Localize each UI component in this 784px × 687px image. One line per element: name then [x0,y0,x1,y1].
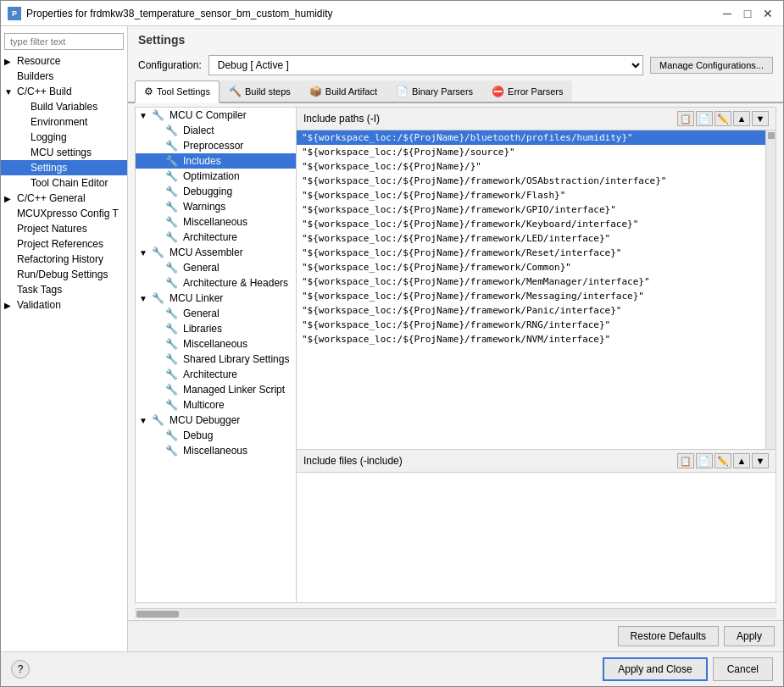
tree-item-mcu-debugger[interactable]: ▼ 🔧 MCU Debugger [136,413,296,428]
restore-defaults-button[interactable]: Restore Defaults [618,626,719,646]
footer-buttons: Apply and Close Cancel [603,657,773,681]
tree-item-mcu-compiler[interactable]: ▼ 🔧 MCU C Compiler [136,108,296,123]
files-add-file-button[interactable]: 📄 [696,453,713,468]
sidebar-item-mcuxpresso[interactable]: MCUXpresso Config T [1,206,127,221]
tree-item-preprocessor[interactable]: 🔧 Preprocessor [136,138,296,153]
tree-item-optimization[interactable]: 🔧 Optimization [136,169,296,184]
include-path-item-11[interactable]: "${workspace_loc:/${ProjName}/framework/… [297,289,765,303]
tree-item-managed-linker[interactable]: 🔧 Managed Linker Script [136,382,296,397]
tree-item-includes[interactable]: 🔧 Includes [136,153,296,169]
sidebar-item-environment[interactable]: Environment [1,114,127,130]
close-button[interactable]: ✕ [759,5,776,22]
tab-label-binary-parsers: Binary Parsers [412,86,473,97]
sidebar-item-tool-chain[interactable]: Tool Chain Editor [1,175,127,191]
tree-arrow-mcu-debugger: ▼ [139,416,149,425]
include-paths-header: Include paths (-I) 📋 📄 ✏️ ▲ ▼ [297,108,776,130]
tree-item-libraries[interactable]: 🔧 Libraries [136,321,296,336]
tree-item-multicore[interactable]: 🔧 Multicore [136,397,296,413]
tree-item-debugging[interactable]: 🔧 Debugging [136,184,296,199]
tree-item-asm-arch[interactable]: 🔧 Architecture & Headers [136,275,296,291]
tree-item-miscellaneous[interactable]: 🔧 Miscellaneous [136,214,296,230]
tree-item-linker-misc[interactable]: 🔧 Miscellaneous [136,336,296,352]
include-paths-title: Include paths (-I) [303,113,674,125]
sidebar-item-cpp-general[interactable]: ▶ C/C++ General [1,191,127,206]
sidebar-item-logging[interactable]: Logging [1,130,127,145]
sidebar-item-builders[interactable]: Builders [1,69,127,84]
include-add-file-button[interactable]: 📄 [696,111,713,126]
window-title: Properties for frdmkw38_temperature_sens… [26,8,719,19]
tab-build-artifact[interactable]: 📦Build Artifact [300,80,386,102]
filter-input[interactable] [4,33,124,50]
tree-item-dbg-misc[interactable]: 🔧 Miscellaneous [136,443,296,458]
tree-item-architecture[interactable]: 🔧 Architecture [136,230,296,245]
include-add-button[interactable]: 📋 [677,111,694,126]
include-path-item-10[interactable]: "${workspace_loc:/${ProjName}/framework/… [297,274,765,289]
files-add-button[interactable]: 📋 [677,453,694,468]
tree-item-asm-general[interactable]: 🔧 General [136,260,296,275]
include-path-item-2[interactable]: "${workspace_loc:/${ProjName}/}" [297,159,765,174]
apply-button[interactable]: Apply [724,626,775,646]
maximize-button[interactable]: □ [739,5,756,22]
sidebar-item-settings[interactable]: Settings [1,160,127,175]
tree-item-linker-general[interactable]: 🔧 General [136,306,296,321]
include-down-button[interactable]: ▼ [752,111,769,126]
tree-item-mcu-linker[interactable]: ▼ 🔧 MCU Linker [136,291,296,306]
include-path-item-0[interactable]: "${workspace_loc:/${ProjName}/bluetooth/… [297,130,765,145]
include-path-item-13[interactable]: "${workspace_loc:/${ProjName}/framework/… [297,318,765,332]
sidebar-item-refactoring[interactable]: Refactoring History [1,252,127,267]
include-path-item-5[interactable]: "${workspace_loc:/${ProjName}/framework/… [297,202,765,217]
sidebar-item-validation[interactable]: ▶ Validation [1,297,127,313]
include-paths-scrollbar[interactable] [765,130,776,449]
sidebar-item-run-debug[interactable]: Run/Debug Settings [1,267,127,282]
scroll-thumb[interactable] [136,611,179,618]
sidebar-item-resource[interactable]: ▶ Resource [1,53,127,69]
files-edit-button[interactable]: ✏️ [714,453,731,468]
tree-item-shared-lib[interactable]: 🔧 Shared Library Settings [136,352,296,367]
files-up-button[interactable]: ▲ [733,453,750,468]
tab-error-parsers[interactable]: ⛔Error Parsers [482,80,572,102]
tree-label-mcu-debugger: MCU Debugger [170,414,240,426]
apply-close-button[interactable]: Apply and Close [603,657,707,681]
sidebar-item-project-references[interactable]: Project References [1,236,127,252]
tab-build-steps[interactable]: 🔨Build steps [220,80,300,102]
tree-item-debug[interactable]: 🔧 Debug [136,428,296,443]
sidebar-arrow-resource: ▶ [4,57,14,66]
tree-label-debug: Debug [183,429,213,441]
tree-item-mcu-assembler[interactable]: ▼ 🔧 MCU Assembler [136,245,296,260]
tab-binary-parsers[interactable]: 📄Binary Parsers [386,80,482,102]
sidebar-item-mcu-settings[interactable]: MCU settings [1,145,127,160]
include-path-item-4[interactable]: "${workspace_loc:/${ProjName}/framework/… [297,188,765,202]
tree-node-icon-multicore: 🔧 [165,399,178,411]
include-path-item-8[interactable]: "${workspace_loc:/${ProjName}/framework/… [297,246,765,260]
tree-item-dialect[interactable]: 🔧 Dialect [136,123,296,138]
include-edit-button[interactable]: ✏️ [714,111,731,126]
tab-tool-settings[interactable]: ⚙Tool Settings [135,80,220,103]
sidebar-item-build-variables[interactable]: Build Variables [1,99,127,114]
tab-icon-error-parsers: ⛔ [492,86,504,97]
include-path-item-3[interactable]: "${workspace_loc:/${ProjName}/framework/… [297,174,765,188]
sidebar-item-project-natures[interactable]: Project Natures [1,221,127,236]
include-path-item-14[interactable]: "${workspace_loc:/${ProjName}/framework/… [297,332,765,346]
minimize-button[interactable]: ─ [719,5,736,22]
include-path-item-7[interactable]: "${workspace_loc:/${ProjName}/framework/… [297,231,765,246]
tree-item-linker-arch[interactable]: 🔧 Architecture [136,367,296,382]
files-down-button[interactable]: ▼ [752,453,769,468]
tree-label-dialect: Dialect [183,125,214,136]
include-path-item-6[interactable]: "${workspace_loc:/${ProjName}/framework/… [297,217,765,231]
sidebar-item-task-tags[interactable]: Task Tags [1,282,127,297]
include-path-item-12[interactable]: "${workspace_loc:/${ProjName}/framework/… [297,303,765,318]
include-path-item-1[interactable]: "${workspace_loc:/${ProjName}/source}" [297,145,765,159]
main-area: ▶ Resource Builders ▼ C/C++ Build Build … [1,26,783,651]
help-button[interactable]: ? [11,660,30,679]
include-files-section: Include files (-include) 📋 📄 ✏️ ▲ ▼ [297,450,776,602]
tree-node-icon-optimization: 🔧 [165,170,178,182]
include-up-button[interactable]: ▲ [733,111,750,126]
tree-item-warnings[interactable]: 🔧 Warnings [136,199,296,214]
cancel-button[interactable]: Cancel [713,657,773,681]
sidebar-item-cpp-build[interactable]: ▼ C/C++ Build [1,84,127,99]
tree-node-icon-mcu-assembler: 🔧 [152,247,164,258]
manage-configs-button[interactable]: Manage Configurations... [650,57,773,74]
horizontal-scrollbar[interactable] [135,608,776,618]
config-select[interactable]: Debug [ Active ] [209,55,643,75]
include-path-item-9[interactable]: "${workspace_loc:/${ProjName}/framework/… [297,260,765,274]
